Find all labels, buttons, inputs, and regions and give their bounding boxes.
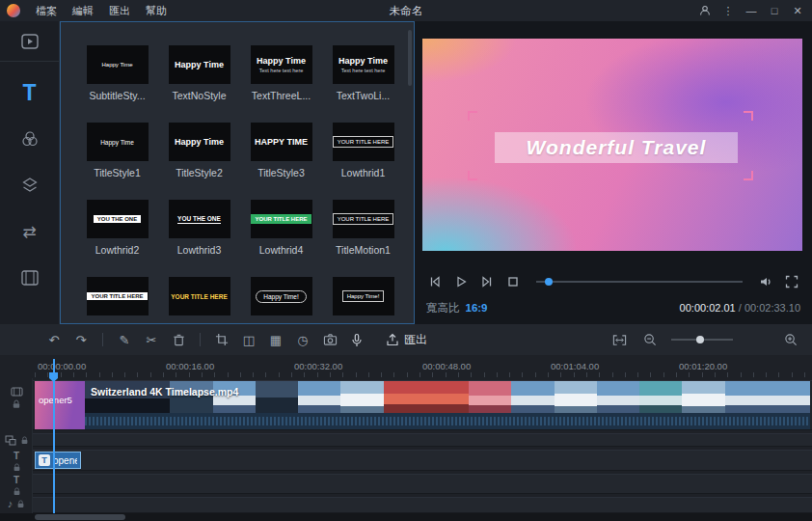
export-button[interactable]: 匯出: [386, 332, 427, 348]
template-lowthrid4[interactable]: YOUR TITLE HERE Lowthrid4: [240, 200, 322, 277]
sidebar-item-elements[interactable]: [0, 255, 59, 301]
text-track[interactable]: T opene: [33, 450, 812, 471]
template-preview-text: Happy Time!: [256, 290, 307, 303]
mosaic-icon[interactable]: ▦: [266, 330, 285, 349]
selection-corner-icon[interactable]: [468, 111, 477, 121]
ruler-label: 00:01:20.00: [679, 361, 727, 371]
menu-edit[interactable]: 編輯: [65, 4, 101, 18]
title-overlay-band[interactable]: Wonderful Travel: [495, 132, 738, 163]
lock-icon[interactable]: [13, 463, 21, 472]
sidebar-item-overlays[interactable]: [0, 162, 59, 208]
zoom-slider[interactable]: [671, 339, 733, 341]
stop-icon[interactable]: [504, 273, 522, 290]
fit-timeline-icon[interactable]: [609, 330, 629, 349]
template-subtitlestyle[interactable]: Happy Time SubtitleSty...: [76, 45, 158, 123]
menu-help[interactable]: 幫助: [138, 4, 175, 18]
template-texttwolines[interactable]: Happy Time Text here text here TextTwoLi…: [322, 45, 404, 123]
templates-grid: Happy Time SubtitleSty... Happy Time Tex…: [61, 22, 414, 323]
playhead[interactable]: [53, 359, 55, 513]
previous-frame-icon[interactable]: [426, 273, 444, 290]
play-icon[interactable]: [452, 273, 470, 290]
pip-track-header[interactable]: [0, 435, 33, 446]
video-preview[interactable]: Wonderful Travel: [422, 39, 802, 251]
video-track[interactable]: opener5 Switzerland 4K Timelapse.mp4: [33, 380, 812, 430]
clip-switzerland[interactable]: Switzerland 4K Timelapse.mp4: [85, 381, 810, 429]
split-screen-icon[interactable]: ◫: [239, 330, 258, 349]
ruler-label: 00:01:04.00: [551, 361, 599, 371]
crop-icon[interactable]: [212, 330, 231, 349]
template-thumbnail: Happy Time: [87, 123, 149, 161]
selection-corner-icon[interactable]: [744, 111, 753, 121]
menu-file[interactable]: 檔案: [28, 4, 65, 18]
template-row4-3[interactable]: Happy Time!: [240, 277, 322, 324]
lock-icon[interactable]: [20, 436, 29, 445]
lock-icon[interactable]: [16, 500, 25, 508]
title-overlay-text[interactable]: Wonderful Travel: [527, 136, 707, 159]
lock-icon[interactable]: [13, 487, 21, 496]
template-titlestyle1[interactable]: Happy Time TitleStyle1: [76, 123, 158, 200]
ruler-label: 00:00:32.00: [294, 361, 342, 371]
voiceover-mic-icon[interactable]: [347, 330, 366, 349]
template-lowthrid1[interactable]: YOUR TITLE HERE Lowthrid1: [322, 123, 404, 200]
more-menu-icon[interactable]: ⋮: [717, 0, 739, 21]
audio-track[interactable]: [33, 497, 812, 513]
sidebar-item-text[interactable]: T: [0, 69, 59, 116]
text-track-2-header[interactable]: T: [0, 476, 33, 496]
edit-icon[interactable]: ✎: [115, 330, 134, 349]
clip-label: Switzerland 4K Timelapse.mp4: [91, 386, 238, 398]
selection-corner-icon[interactable]: [468, 171, 477, 180]
sidebar-item-media[interactable]: [0, 21, 59, 62]
minimize-button[interactable]: —: [741, 0, 762, 21]
account-icon[interactable]: [694, 0, 716, 21]
zoom-out-icon[interactable]: [640, 330, 660, 349]
next-frame-icon[interactable]: [478, 273, 496, 290]
text-track-2[interactable]: [33, 474, 812, 494]
app-logo-icon: [7, 4, 20, 17]
timeline-hscrollbar[interactable]: [0, 513, 812, 521]
template-titlemotion1[interactable]: YOUR TITLE HERE TitleMotion1: [322, 200, 404, 277]
selection-corner-icon[interactable]: [744, 171, 753, 180]
template-preview-text: Happy Time: [100, 139, 134, 146]
sidebar-item-transitions[interactable]: ⇄: [0, 208, 59, 255]
cut-icon[interactable]: ✂: [142, 330, 161, 349]
audio-track-icon: ♪: [8, 499, 14, 509]
undo-icon[interactable]: ↶: [44, 330, 64, 349]
maximize-button[interactable]: □: [764, 0, 785, 21]
template-lowthrid2[interactable]: YOU THE ONE Lowthrid2: [76, 200, 158, 277]
zoom-slider-handle[interactable]: [696, 336, 704, 343]
template-lowthrid3[interactable]: YOU THE ONE Lowthrid3: [158, 200, 240, 277]
trash-icon[interactable]: [169, 330, 188, 349]
text-icon: T: [22, 80, 36, 106]
close-button[interactable]: ✕: [787, 0, 808, 21]
template-label: Lowthrid2: [95, 244, 140, 256]
clip-text-opener[interactable]: T opene: [35, 452, 81, 469]
duration-icon[interactable]: ◷: [293, 330, 312, 349]
template-row4-2[interactable]: YOUR TITLE HERE: [158, 277, 240, 324]
template-row4-1[interactable]: YOUR TITLE HERE: [76, 277, 158, 324]
volume-icon[interactable]: [757, 273, 774, 290]
zoom-in-icon[interactable]: [781, 330, 800, 349]
timeline-hscrollbar-thumb[interactable]: [35, 514, 125, 520]
snapshot-icon[interactable]: [320, 330, 339, 349]
template-thumbnail: Happy Time: [169, 45, 230, 84]
template-row4-4[interactable]: Happy Time!: [322, 277, 404, 324]
redo-icon[interactable]: ↷: [71, 330, 91, 349]
sidebar-item-filters[interactable]: [0, 116, 59, 162]
menu-export[interactable]: 匯出: [101, 4, 138, 18]
video-track-header[interactable]: [0, 386, 33, 409]
pip-track[interactable]: [33, 433, 812, 447]
template-titlestyle2[interactable]: Happy Time TitleStyle2: [158, 123, 240, 200]
audio-track-header[interactable]: ♪: [0, 499, 33, 509]
template-textnostyle[interactable]: Happy Time TextNoStyle: [158, 45, 240, 123]
lock-icon[interactable]: [12, 399, 21, 409]
template-titlestyle3[interactable]: HAPPY TIME TitleStyle3: [240, 123, 322, 200]
seek-slider[interactable]: [536, 281, 743, 283]
timeline-ruler[interactable]: 00:00:00.00 00:00:16.00 00:00:32.00 00:0…: [0, 357, 812, 378]
clip-opener5[interactable]: opener5: [35, 381, 85, 429]
templates-scrollbar[interactable]: [408, 30, 412, 86]
seek-handle[interactable]: [545, 278, 553, 286]
text-track-header[interactable]: T: [0, 452, 33, 472]
template-textthreelines[interactable]: Happy Time Text here text here TextThree…: [240, 45, 322, 123]
aspect-ratio-value[interactable]: 16:9: [466, 302, 488, 314]
fullscreen-icon[interactable]: [783, 273, 800, 290]
